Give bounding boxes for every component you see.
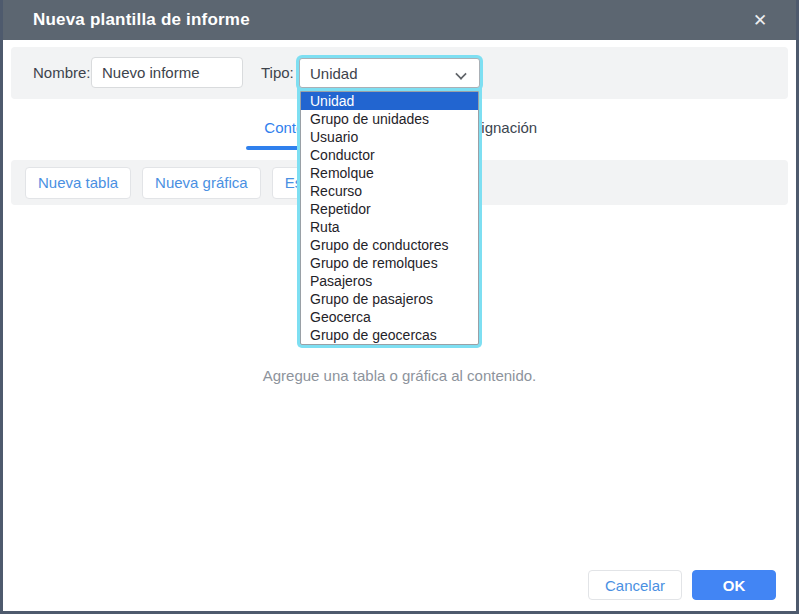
name-label: Nombre: bbox=[33, 64, 91, 81]
dialog-title: Nueva plantilla de informe bbox=[0, 10, 250, 30]
dropdown-option-grupo-de-geocercas[interactable]: Grupo de geocercas bbox=[301, 326, 478, 344]
dropdown-option-pasajeros[interactable]: Pasajeros bbox=[301, 272, 478, 290]
dropdown-option-ruta[interactable]: Ruta bbox=[301, 218, 478, 236]
cancel-button[interactable]: Cancelar bbox=[588, 570, 682, 600]
empty-content-hint: Agregue una tabla o gráfica al contenido… bbox=[3, 367, 796, 384]
dropdown-option-conductor[interactable]: Conductor bbox=[301, 146, 478, 164]
new-report-template-dialog: Nueva plantilla de informe ✕ Nombre: Tip… bbox=[0, 0, 799, 614]
dialog-footer: Cancelar OK bbox=[588, 570, 776, 600]
dropdown-option-recurso[interactable]: Recurso bbox=[301, 182, 478, 200]
new-table-button[interactable]: Nueva tabla bbox=[25, 167, 131, 199]
close-icon[interactable]: ✕ bbox=[743, 0, 777, 40]
dropdown-option-unidad[interactable]: Unidad bbox=[301, 92, 478, 110]
type-select-value: Unidad bbox=[310, 65, 358, 82]
dropdown-option-remolque[interactable]: Remolque bbox=[301, 164, 478, 182]
type-dropdown-list: Unidad Grupo de unidades Usuario Conduct… bbox=[300, 91, 479, 345]
dropdown-option-grupo-de-remolques[interactable]: Grupo de remolques bbox=[301, 254, 478, 272]
dropdown-option-geocerca[interactable]: Geocerca bbox=[301, 308, 478, 326]
dropdown-option-repetidor[interactable]: Repetidor bbox=[301, 200, 478, 218]
dropdown-option-grupo-de-pasajeros[interactable]: Grupo de pasajeros bbox=[301, 290, 478, 308]
dropdown-option-grupo-de-conductores[interactable]: Grupo de conductores bbox=[301, 236, 478, 254]
dropdown-option-grupo-de-unidades[interactable]: Grupo de unidades bbox=[301, 110, 478, 128]
dropdown-option-usuario[interactable]: Usuario bbox=[301, 128, 478, 146]
chevron-down-icon bbox=[456, 69, 465, 78]
ok-button[interactable]: OK bbox=[692, 570, 776, 600]
dialog-titlebar: Nueva plantilla de informe ✕ bbox=[0, 0, 799, 40]
report-name-input[interactable] bbox=[91, 57, 243, 88]
type-select[interactable]: Unidad bbox=[299, 58, 480, 88]
type-label: Tipo: bbox=[261, 64, 294, 81]
new-chart-button[interactable]: Nueva gráfica bbox=[142, 167, 261, 199]
